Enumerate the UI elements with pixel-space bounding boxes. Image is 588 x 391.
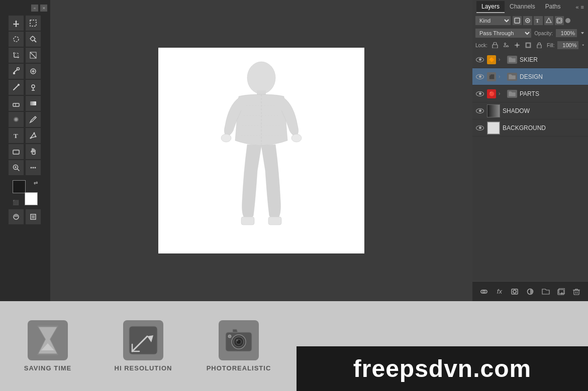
zoom-tool[interactable] — [9, 160, 24, 175]
lock-transparent-button[interactable] — [491, 41, 500, 50]
new-group-button[interactable] — [540, 286, 551, 297]
fill-arrow-icon — [581, 43, 585, 48]
layer-visibility-background[interactable] — [475, 123, 484, 133]
background-thumb-image — [487, 122, 500, 134]
type-tool[interactable]: T — [9, 128, 24, 143]
pen-tool[interactable] — [26, 112, 41, 127]
add-effect-button[interactable]: fx — [494, 286, 505, 297]
add-mask-button[interactable] — [509, 286, 520, 297]
svg-rect-51 — [241, 217, 254, 225]
eraser-tool[interactable] — [9, 96, 24, 111]
swap-colors-icon[interactable]: ⇄ — [34, 180, 38, 186]
path-select-tool[interactable] — [26, 128, 41, 143]
svg-rect-58 — [515, 18, 520, 23]
more-tools-button[interactable] — [26, 160, 41, 175]
svg-rect-72 — [537, 45, 541, 48]
filter-smart-button[interactable] — [555, 16, 564, 25]
gradient-tool[interactable] — [26, 96, 41, 111]
filter-pixel-button[interactable] — [513, 16, 522, 25]
healing-tool[interactable] — [26, 64, 41, 79]
eye-icon-design — [476, 74, 484, 79]
filter-shape-button[interactable] — [544, 16, 553, 25]
lock-position-button[interactable] — [513, 41, 522, 50]
standard-mode-tool[interactable] — [26, 209, 41, 224]
layer-badge-design: ⬛ — [487, 72, 496, 81]
svg-point-97 — [228, 335, 231, 338]
svg-rect-26 — [13, 103, 19, 106]
new-layer-button[interactable] — [555, 286, 566, 297]
adjustment-layer-button[interactable] — [525, 286, 536, 297]
filter-adjust-button[interactable] — [523, 16, 532, 25]
feature-label-photorealistic: PHOTOREALISTIC — [207, 364, 271, 372]
layer-folder-design — [507, 73, 517, 81]
rectangle-select-tool[interactable] — [26, 16, 41, 31]
svg-point-30 — [15, 118, 18, 121]
move-tool[interactable] — [9, 16, 24, 31]
brush-tool[interactable] — [9, 80, 24, 95]
shape-tool[interactable] — [9, 144, 24, 159]
layer-name-skier: SKIER — [520, 56, 585, 63]
layer-expand-parts[interactable]: › — [499, 91, 505, 96]
layer-item-parts[interactable]: 🔴 › PARTS — [472, 85, 588, 102]
toolbar-close-button[interactable]: ✕ — [40, 5, 47, 12]
layer-item-background[interactable]: BACKGROUND — [472, 119, 588, 137]
svg-point-47 — [247, 62, 275, 94]
layer-item-shadow[interactable]: SHADOW — [472, 102, 588, 119]
link-layers-button[interactable] — [478, 286, 489, 297]
lock-image-button[interactable] — [502, 41, 511, 50]
svg-point-43 — [35, 167, 36, 169]
layer-item-design[interactable]: ⬛ › DESIGN — [472, 68, 588, 85]
quick-mask-tool[interactable] — [9, 209, 24, 224]
stamp-tool[interactable] — [26, 80, 41, 95]
delete-layer-button[interactable] — [571, 286, 582, 297]
feature-item-saving-time: SAVING TIME — [0, 311, 95, 381]
svg-marker-64 — [581, 32, 584, 34]
lock-artboard-button[interactable] — [524, 41, 533, 50]
blend-mode-select[interactable]: Pass Through Normal Multiply Screen Over… — [475, 29, 531, 38]
magic-wand-tool[interactable] — [26, 32, 41, 47]
layer-visibility-shadow[interactable] — [475, 106, 484, 115]
tab-paths[interactable]: Paths — [540, 1, 566, 13]
hand-tool[interactable] — [26, 144, 41, 159]
lock-all-button[interactable] — [535, 41, 544, 50]
layer-kind-select[interactable]: Kind Name Effect Mode Attribute Color Sm… — [475, 16, 511, 25]
layers-list: 🔶 › SKIER ⬛ › — [472, 51, 588, 281]
eyedropper-tool[interactable] — [9, 64, 24, 79]
layers-filter-row: Kind Name Effect Mode Attribute Color Sm… — [472, 14, 588, 27]
opacity-input[interactable] — [556, 29, 577, 37]
panel-collapse-button[interactable]: « — [575, 4, 578, 10]
eye-pupil-skier — [479, 58, 481, 61]
background-color-swatch[interactable] — [25, 192, 38, 205]
svg-rect-63 — [558, 19, 561, 22]
fill-label: Fill: — [547, 43, 555, 48]
svg-point-33 — [34, 133, 35, 134]
toolbar-header: « ✕ — [0, 3, 50, 14]
svg-rect-15 — [13, 72, 15, 74]
foreground-color-swatch[interactable] — [13, 180, 26, 193]
filter-type-button[interactable]: T — [534, 16, 543, 25]
toolbar-collapse-button[interactable]: « — [31, 5, 38, 12]
svg-point-75 — [513, 290, 516, 293]
panel-header: Layers Channels Paths « ≡ — [472, 0, 588, 14]
lasso-tool[interactable] — [9, 32, 24, 47]
layer-item-skier[interactable]: 🔶 › SKIER — [472, 51, 588, 68]
layer-visibility-skier[interactable] — [475, 55, 484, 64]
svg-point-34 — [35, 136, 37, 138]
tab-channels[interactable]: Channels — [505, 1, 540, 13]
saving-time-icon — [28, 320, 68, 360]
slice-tool[interactable] — [26, 48, 41, 63]
watermark-bar: freepsdvn.com — [297, 346, 588, 391]
reset-colors-icon[interactable]: ⬛ — [13, 200, 19, 205]
panel-menu-button[interactable]: ≡ — [581, 4, 584, 10]
crop-tool[interactable] — [9, 48, 24, 63]
toolbar: « ✕ — [0, 0, 50, 301]
layer-expand-design[interactable]: › — [499, 74, 505, 79]
layer-visibility-parts[interactable] — [475, 89, 484, 98]
layer-thumbnail-shadow — [487, 104, 500, 117]
svg-marker-0 — [13, 20, 19, 27]
layer-visibility-design[interactable] — [475, 72, 484, 81]
layer-expand-skier[interactable]: › — [499, 57, 505, 62]
fill-input[interactable] — [557, 41, 578, 49]
tab-layers[interactable]: Layers — [476, 1, 505, 13]
blur-tool[interactable] — [9, 112, 24, 127]
